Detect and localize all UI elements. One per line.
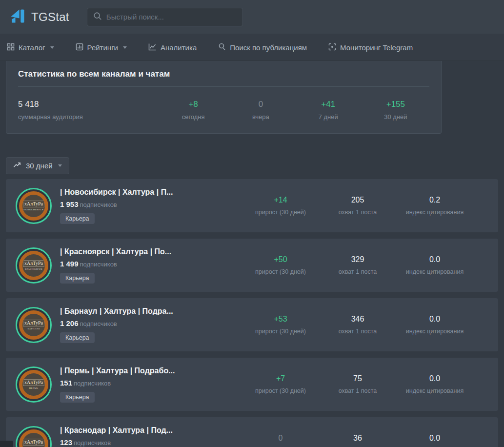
channel-title[interactable]: | Барнаул | Халтура | Подра...	[60, 307, 242, 316]
subscriber-count: 1 953подписчиков	[60, 200, 242, 208]
stat-growth: 0 прирост (30 дней)	[242, 434, 319, 447]
channel-title[interactable]: | Красноярск | Халтура | По...	[60, 247, 242, 256]
trending-up-icon	[13, 162, 21, 170]
chevron-down-icon	[50, 46, 54, 49]
subscriber-count: 1 499подписчиков	[60, 260, 242, 268]
channel-row-krasnoyarsk[interactable]: хАлТуРа КРАСНОЯРСК | Красноярск | Халтур…	[6, 239, 498, 292]
chevron-down-icon	[58, 164, 62, 167]
channel-row-krasnodar[interactable]: хАлТуРа КРАСНОДАР | Краснодар | Халтура …	[6, 417, 498, 447]
subscriber-count: 1 206подписчиков	[60, 319, 242, 327]
chevron-down-icon	[123, 46, 127, 49]
category-badge[interactable]: Карьера	[60, 332, 95, 343]
summary-stat-today: +8 сегодня	[160, 100, 227, 121]
stat-citation-index: 0.2 индекс цитирования	[396, 196, 473, 216]
stat-reach: 346 охват 1 поста	[319, 315, 396, 335]
stat-reach: 75 охват 1 поста	[319, 374, 396, 394]
nav-item-publication-search[interactable]: Поиск по публикациям	[218, 43, 307, 52]
channel-title[interactable]: | Краснодар | Халтура | Под...	[60, 426, 242, 435]
summary-stat-30days: +155 30 дней	[362, 100, 429, 121]
search-icon	[93, 12, 102, 22]
stat-growth: +14 прирост (30 дней)	[242, 196, 319, 216]
nav-item-monitoring[interactable]: Мониторинг Telegram	[328, 43, 413, 52]
search-publications-icon	[218, 43, 226, 52]
channel-avatar: хАлТуРа БАРНАУЛ	[16, 307, 52, 343]
stat-citation-index: 0.0 индекс цитирования	[396, 374, 473, 394]
search-input[interactable]	[106, 13, 237, 21]
channel-avatar: хАлТуРа КРАСНОДАР	[16, 426, 52, 447]
stat-reach: 329 охват 1 поста	[319, 255, 396, 275]
stat-citation-index: 0.0 индекс цитирования	[396, 315, 473, 335]
summary-card: Статистика по всем каналам и чатам 5 418…	[6, 61, 442, 134]
line-chart-icon	[148, 43, 157, 52]
stat-reach: 36 охват 1 поста	[319, 434, 396, 447]
brand-name: TGStat	[31, 10, 69, 24]
period-dropdown-button[interactable]: 30 дней	[6, 157, 69, 174]
channel-avatar: хАлТуРа КРАСНОЯРСК	[16, 247, 52, 284]
category-badge[interactable]: Карьера	[60, 213, 95, 224]
bar-chart-icon	[76, 43, 83, 52]
channel-row-perm[interactable]: хАлТуРа ПЕРМЬ | Пермь | Халтура | Подраб…	[6, 358, 498, 411]
scan-icon	[328, 43, 336, 52]
stat-citation-index: 0.0 индекс цитирования	[396, 434, 473, 447]
stat-citation-index: 0.0 индекс цитирования	[396, 255, 473, 275]
quick-search	[87, 8, 243, 26]
nav-item-ratings[interactable]: Рейтинги	[76, 43, 127, 52]
channel-row-barnaul[interactable]: хАлТуРа БАРНАУЛ | Барнаул | Халтура | По…	[6, 298, 498, 351]
channel-list: хАлТуРа НОВОСИБИРСК | Новосибирск | Халт…	[6, 179, 498, 447]
summary-stat-7days: +41 7 дней	[295, 100, 362, 121]
nav-item-catalog[interactable]: Каталог	[7, 43, 54, 52]
channel-avatar: хАлТуРа НОВОСИБИРСК	[16, 188, 52, 224]
summary-stats: 5 418 суммарная аудитория +8 сегодня 0 в…	[18, 100, 429, 121]
summary-stat-total: 5 418 суммарная аудитория	[18, 100, 160, 121]
tgstat-logo-icon	[9, 7, 26, 27]
category-badge[interactable]: Карьера	[60, 273, 95, 284]
channel-row-novosibirsk[interactable]: хАлТуРа НОВОСИБИРСК | Новосибирск | Халт…	[6, 179, 498, 232]
stat-growth: +7 прирост (30 дней)	[242, 374, 319, 394]
channel-title[interactable]: | Новосибирск | Халтура | П...	[60, 188, 242, 197]
grid-icon	[7, 43, 15, 52]
subscriber-count: 151подписчиков	[60, 379, 242, 387]
channel-avatar: хАлТуРа ПЕРМЬ	[16, 366, 52, 403]
summary-title: Статистика по всем каналам и чатам	[18, 69, 429, 79]
brand-logo[interactable]: TGStat	[9, 7, 69, 27]
channel-title[interactable]: | Пермь | Халтура | Подрабо...	[60, 366, 242, 375]
nav-item-analytics[interactable]: Аналитика	[148, 43, 197, 52]
category-badge[interactable]: Карьера	[60, 392, 95, 403]
subscriber-count: 123подписчиков	[60, 438, 242, 447]
divider	[18, 86, 429, 87]
main-nav: Каталог Рейтинги Аналитика Поиск по публ…	[0, 34, 504, 61]
stat-growth: +50 прирост (30 дней)	[242, 255, 319, 275]
header: TGStat	[0, 0, 504, 34]
stat-reach: 205 охват 1 поста	[319, 196, 396, 216]
bottom-left-widget[interactable]	[0, 441, 13, 447]
summary-stat-yesterday: 0 вчера	[227, 100, 294, 121]
stat-growth: +53 прирост (30 дней)	[242, 315, 319, 335]
